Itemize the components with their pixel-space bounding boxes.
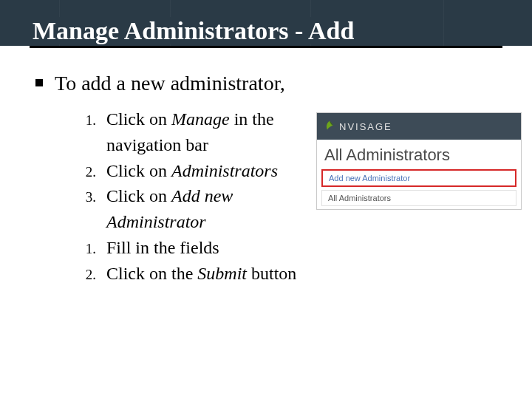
slide-title: Manage Administrators - Add (30, 17, 357, 44)
step-pre: Fill in the fields (106, 238, 219, 257)
inset-app-header: NVISAGE (317, 113, 521, 140)
inset-add-link[interactable]: Add new Administrator (321, 169, 516, 187)
step-item: 1. Fill in the fields (81, 235, 316, 261)
lead-bullet-row: To add a new administrator, (35, 70, 502, 96)
inset-all-link[interactable]: All Administrators (321, 190, 516, 206)
step-item: 3. Click on Add new Administrator (81, 183, 316, 235)
app-screenshot-inset: NVISAGE All Administrators Add new Admin… (316, 112, 522, 210)
leaf-icon (323, 120, 336, 133)
step-text: Click on Add new Administrator (106, 183, 316, 235)
step-post: button (247, 264, 296, 283)
step-number: 2. (81, 162, 96, 183)
step-em: Administrators (171, 161, 278, 180)
step-number: 1. (81, 110, 96, 131)
step-pre: Click on (106, 186, 171, 205)
step-pre: Click on (106, 109, 171, 129)
step-text: Click on Administrators (106, 158, 278, 184)
step-number: 3. (81, 187, 96, 208)
step-item: 1. Click on Manage in the navigation bar (81, 106, 316, 158)
step-number: 2. (81, 265, 96, 285)
step-pre: Click on the (106, 264, 197, 283)
steps-list: 1. Click on Manage in the navigation bar… (35, 106, 316, 287)
inset-heading: All Administrators (317, 140, 521, 169)
square-bullet-icon (35, 79, 43, 86)
slide-body: To add a new administrator, 1. Click on … (0, 48, 532, 287)
step-text: Click on Manage in the navigation bar (106, 106, 316, 158)
slide-header: Manage Administrators - Add (0, 0, 532, 46)
step-item: 2. Click on Administrators (81, 158, 316, 184)
lead-text: To add a new administrator, (55, 70, 285, 96)
step-text: Fill in the fields (106, 235, 219, 261)
step-number: 1. (81, 239, 96, 259)
steps-container: 1. Click on Manage in the navigation bar… (35, 106, 502, 287)
step-em: Submit (197, 264, 247, 283)
inset-brand: NVISAGE (339, 121, 392, 132)
step-text: Click on the Submit button (106, 261, 296, 287)
step-em: Manage (171, 109, 230, 129)
step-item: 2. Click on the Submit button (81, 261, 316, 287)
step-pre: Click on (106, 161, 171, 180)
